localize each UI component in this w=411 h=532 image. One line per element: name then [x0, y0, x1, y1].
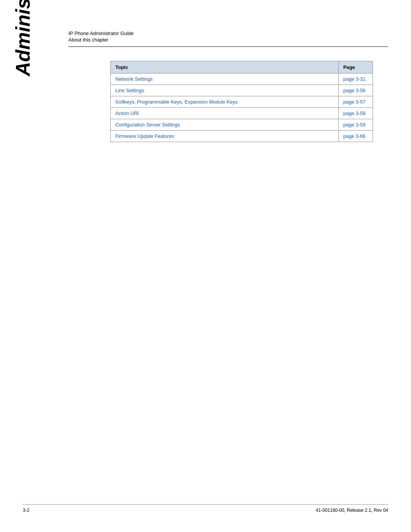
- col-header-topic: Topic: [111, 61, 339, 73]
- toc-table-container: Topic Page Network Settingspage 3-31Line…: [110, 61, 373, 142]
- topic-cell[interactable]: Softkeys, Programmable Keys, Expansion M…: [111, 96, 339, 108]
- table-row: Line Settingspage 3-56: [111, 85, 373, 96]
- footer: 3-2 41-001160-00, Release 2.1, Rev 04: [23, 504, 388, 513]
- page-cell[interactable]: page 3-57: [339, 96, 373, 108]
- page-cell[interactable]: page 3-59: [339, 119, 373, 131]
- toc-tbody: Network Settingspage 3-31Line Settingspa…: [111, 73, 373, 142]
- footer-page-number: 3-2: [23, 508, 29, 513]
- table-row: Firmware Update Featurespage 3-66: [111, 131, 373, 142]
- page-container: IP Phone Administrator Guide About this …: [0, 0, 411, 532]
- col-header-page: Page: [339, 61, 373, 73]
- table-row: Softkeys, Programmable Keys, Expansion M…: [111, 96, 373, 108]
- topic-cell[interactable]: Configuration Server Settings: [111, 119, 339, 131]
- topic-cell[interactable]: Firmware Update Features: [111, 131, 339, 142]
- footer-release-info: 41-001160-00, Release 2.1, Rev 04: [316, 508, 388, 513]
- header-line2: About this chapter: [68, 37, 388, 43]
- rotated-title: Administrator Options: [11, 0, 34, 76]
- table-row: Action URIpage 3-58: [111, 108, 373, 119]
- page-cell[interactable]: page 3-66: [339, 131, 373, 142]
- header-line1: IP Phone Administrator Guide: [68, 30, 388, 36]
- table-header-row: Topic Page: [111, 61, 373, 73]
- page-cell[interactable]: page 3-56: [339, 85, 373, 96]
- toc-table: Topic Page Network Settingspage 3-31Line…: [110, 61, 373, 142]
- topic-cell[interactable]: Network Settings: [111, 73, 339, 85]
- page-cell[interactable]: page 3-58: [339, 108, 373, 119]
- header-section: IP Phone Administrator Guide About this …: [68, 30, 388, 47]
- header-rule: [68, 46, 388, 47]
- page-cell[interactable]: page 3-31: [339, 73, 373, 85]
- table-row: Configuration Server Settingspage 3-59: [111, 119, 373, 131]
- table-row: Network Settingspage 3-31: [111, 73, 373, 85]
- topic-cell[interactable]: Line Settings: [111, 85, 339, 96]
- topic-cell[interactable]: Action URI: [111, 108, 339, 119]
